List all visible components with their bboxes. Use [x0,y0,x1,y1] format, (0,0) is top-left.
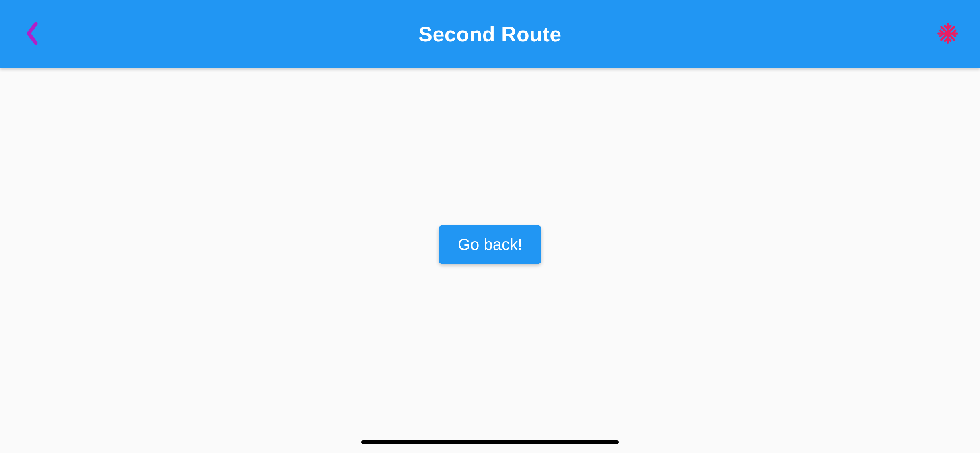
go-back-button[interactable]: Go back! [439,225,541,264]
home-indicator[interactable] [361,440,619,444]
app-bar: Second Route [0,0,980,68]
action-button[interactable] [932,18,964,50]
main-content: Go back! [0,68,980,453]
snowflake-icon [937,22,959,46]
back-button[interactable] [16,18,48,50]
chevron-left-icon [24,21,40,47]
page-title: Second Route [418,22,562,46]
